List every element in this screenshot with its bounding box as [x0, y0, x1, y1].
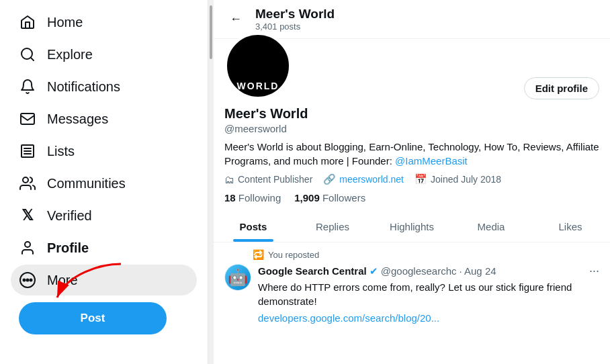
scroll-thumb[interactable] [210, 5, 212, 59]
sidebar-item-lists-label: Lists [47, 144, 75, 159]
sidebar-item-notifications[interactable]: Notifications [11, 71, 197, 102]
sidebar-item-more-label: More [47, 273, 78, 288]
following-count: 18 [224, 192, 236, 203]
scroll-divider [208, 0, 214, 364]
tweet-date: · Aug 24 [460, 265, 496, 277]
svg-rect-2 [21, 113, 34, 124]
tweet-area: 🔁 You reposted 🤖 Google Search Central ✔… [214, 242, 610, 331]
followers-stat[interactable]: 1,909 Followers [294, 192, 365, 203]
svg-point-7 [23, 177, 28, 183]
mail-icon [19, 110, 36, 128]
profile-meta: 🗂 Content Publisher 🔗 meersworld.net 📅 J… [224, 173, 599, 185]
meta-publisher: 🗂 Content Publisher [224, 174, 312, 185]
header-posts-count: 3,401 posts [255, 21, 335, 32]
sidebar-item-explore[interactable]: Explore [11, 39, 197, 70]
meta-publisher-text: Content Publisher [238, 174, 312, 185]
link-icon: 🔗 [323, 173, 336, 185]
profile-tabs: Posts Replies Highlights Media Likes [214, 212, 610, 242]
avatar: WORLD [224, 32, 292, 99]
sidebar-item-communities[interactable]: Communities [11, 168, 197, 199]
repost-label: 🔁 You reposted [253, 249, 599, 260]
search-icon [19, 46, 36, 63]
meta-website: 🔗 meersworld.net [323, 173, 404, 185]
sidebar-item-home[interactable]: Home [11, 7, 197, 38]
tweet-link[interactable]: developers.google.com/search/blog/20... [258, 312, 439, 324]
avatar-edit-row: WORLD Edit profile [224, 32, 599, 99]
sidebar-item-lists[interactable]: Lists [11, 136, 197, 167]
tweet-avatar: 🤖 [224, 264, 251, 291]
back-button[interactable]: ← [224, 8, 247, 31]
sidebar-item-verified[interactable]: 𝕏 Verified [11, 200, 197, 231]
tweet-handle: @googlesearchc [381, 265, 457, 277]
profile-section: WORLD Edit profile Meer's World @meerswo… [214, 39, 610, 212]
bell-icon [19, 78, 36, 95]
header-text: Meer's World 3,401 posts [255, 7, 335, 32]
sidebar-item-communities-label: Communities [47, 176, 126, 191]
meta-joined-text: Joined July 2018 [431, 174, 501, 185]
calendar-icon: 📅 [415, 173, 427, 185]
verified-badge-icon: ✔ [369, 265, 378, 277]
repost-icon: 🔁 [253, 249, 264, 260]
svg-point-11 [27, 279, 29, 281]
profile-icon [19, 239, 36, 257]
svg-point-12 [30, 279, 32, 281]
avatar-text: WORLD [237, 81, 279, 91]
edit-profile-button[interactable]: Edit profile [524, 77, 599, 99]
header-profile-name: Meer's World [255, 7, 335, 21]
bio-link[interactable]: @IamMeerBasit [395, 155, 468, 167]
tab-likes[interactable]: Likes [531, 212, 610, 242]
svg-point-10 [24, 279, 26, 281]
svg-point-8 [25, 242, 30, 247]
sidebar-item-explore-label: Explore [47, 47, 93, 62]
following-label: Following [238, 192, 281, 203]
profile-handle: @meersworld [224, 123, 599, 134]
followers-count: 1,909 [294, 192, 320, 203]
communities-icon [19, 175, 36, 192]
svg-line-1 [31, 58, 34, 60]
tweet-content: Google Search Central ✔ @googlesearchc ·… [258, 264, 599, 324]
repost-text: You reposted [268, 250, 319, 260]
sidebar-item-messages-label: Messages [47, 111, 108, 127]
following-stat[interactable]: 18 Following [224, 192, 281, 203]
verified-icon: 𝕏 [19, 207, 36, 224]
tab-media[interactable]: Media [451, 212, 531, 242]
profile-name: Meer's World [224, 106, 599, 122]
tweet-avatar-inner: 🤖 [225, 265, 251, 290]
profile-bio: Meer's World is about Blogging, Earn-Onl… [224, 140, 599, 168]
more-icon [19, 271, 36, 289]
sidebar-item-verified-label: Verified [47, 208, 92, 224]
sidebar-item-profile-label: Profile [47, 240, 89, 256]
tweet-user-info: Google Search Central ✔ @googlesearchc ·… [258, 265, 496, 277]
post-button[interactable]: Post [19, 302, 167, 334]
tab-posts[interactable]: Posts [214, 212, 293, 242]
sidebar-item-messages[interactable]: Messages [11, 103, 197, 134]
sidebar-item-more[interactable]: More [11, 265, 197, 295]
sidebar-item-home-label: Home [47, 15, 83, 30]
tweet-user-name: Google Search Central [258, 265, 367, 277]
meta-joined: 📅 Joined July 2018 [415, 173, 501, 185]
sidebar-item-profile[interactable]: Profile [11, 232, 197, 263]
tweet-more-button[interactable]: ··· [589, 264, 599, 278]
website-link[interactable]: meersworld.net [339, 174, 404, 185]
profile-stats: 18 Following 1,909 Followers [224, 192, 599, 203]
list-icon [19, 142, 36, 160]
tweet-header: Google Search Central ✔ @googlesearchc ·… [258, 264, 599, 278]
tab-highlights[interactable]: Highlights [372, 212, 451, 242]
tweet-text: Where do HTTP errors come from, really? … [258, 280, 599, 308]
sidebar: Home Explore Notifications Messages [0, 0, 208, 364]
tweet-row: 🤖 Google Search Central ✔ @googlesearchc… [224, 264, 599, 324]
briefcase-icon: 🗂 [224, 174, 234, 185]
home-icon [19, 13, 36, 31]
main-content: ← Meer's World 3,401 posts WORLD Edit pr… [214, 0, 610, 364]
followers-label: Followers [322, 192, 365, 203]
tab-replies[interactable]: Replies [293, 212, 372, 242]
sidebar-item-notifications-label: Notifications [47, 79, 120, 95]
